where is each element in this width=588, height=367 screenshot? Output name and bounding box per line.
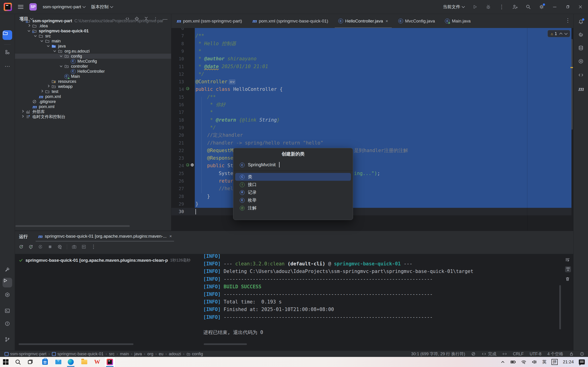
maven-tool-button[interactable]: m: [578, 86, 584, 92]
tree-row[interactable]: C MvcConfig: [15, 59, 171, 64]
build-tool-button[interactable]: [5, 267, 10, 273]
code-editor[interactable]: 6 7 /** 8 * Hello 控制器 9 * 10 * @author s…: [171, 28, 573, 231]
breadcrumb-item[interactable]: adouzi: [169, 352, 181, 357]
inspection-widget[interactable]: ⚠ 1: [548, 30, 570, 37]
tree-row[interactable]: org.eu.adouzi: [15, 49, 171, 54]
tree-row[interactable]: java: [15, 44, 171, 49]
tree-row[interactable]: src: [15, 33, 171, 39]
run-button[interactable]: [472, 4, 478, 10]
close-button[interactable]: [578, 4, 583, 9]
restart-button[interactable]: [38, 244, 43, 249]
taskbar-mail-button[interactable]: [53, 357, 64, 367]
version-control-tool-button[interactable]: [5, 337, 10, 343]
popup-item-class[interactable]: C类: [235, 173, 351, 181]
indent-widget[interactable]: 4 个空格: [547, 351, 563, 357]
debug-button[interactable]: [485, 4, 491, 10]
class-name-input[interactable]: C SpringMvcInit: [240, 160, 348, 169]
tree-row[interactable]: C Main: [15, 74, 171, 79]
popup-item-enum[interactable]: E枚举: [235, 196, 351, 204]
ime-mode[interactable]: 拼: [552, 359, 558, 365]
breadcrumb-item[interactable]: src: [109, 352, 114, 357]
tray-expand-button[interactable]: [500, 359, 505, 365]
breadcrumb-item[interactable]: eu: [159, 352, 163, 357]
editor-tab[interactable]: m pom.xml (ssm-springmvc-part): [171, 14, 247, 28]
tree-row[interactable]: config: [15, 54, 171, 59]
tree-row[interactable]: webapp: [15, 84, 171, 89]
soft-wrap-button[interactable]: [565, 257, 571, 262]
caret-position-widget[interactable]: 30:1 (699 字符, 29 行 换行符): [411, 351, 465, 357]
endpoints-tool-button[interactable]: [578, 72, 584, 79]
ai-assistant-tool-button[interactable]: [578, 32, 584, 38]
tree-row[interactable]: m pom.xml: [15, 104, 171, 109]
volume-icon[interactable]: [531, 359, 537, 365]
taskbar-wps-button[interactable]: W: [92, 357, 103, 367]
vcs-widget[interactable]: 版本控制: [91, 4, 113, 10]
line-separator-widget[interactable]: CRLF: [513, 352, 524, 357]
minimize-button[interactable]: [552, 4, 557, 9]
tree-row[interactable]: main: [15, 39, 171, 44]
prev-warning-icon[interactable]: [559, 32, 562, 35]
project-tool-button[interactable]: [2, 30, 12, 40]
run-tool-button[interactable]: [2, 278, 12, 287]
problems-tool-button[interactable]: [5, 321, 10, 327]
related-urls-inlay-icon[interactable]: ⊕: [229, 79, 235, 84]
plugin-x-tool-button[interactable]: [578, 58, 584, 65]
inlay-hints-widget[interactable]: [502, 352, 507, 356]
breadcrumb-item[interactable]: ssm-springmvc-part: [5, 352, 46, 357]
spring-bean-icon[interactable]: [186, 86, 190, 91]
tree-row[interactable]: controller: [15, 64, 171, 69]
clock[interactable]: 21:24: [563, 359, 574, 365]
stop-button[interactable]: [48, 244, 52, 249]
tree-row[interactable]: test: [15, 89, 171, 94]
breadcrumb-item[interactable]: org: [147, 352, 153, 357]
wifi-icon[interactable]: [521, 359, 527, 365]
snapshot-button[interactable]: [72, 244, 77, 249]
editor-tab[interactable]: C HelloController.java ×: [333, 14, 393, 28]
scroll-to-end-button[interactable]: [565, 266, 571, 272]
run-tab[interactable]: m springmvc-base-quick-01 [org.apache.ma…: [35, 231, 175, 242]
build-console[interactable]: [INFO][INFO] --- clean:3.2.0:clean (defa…: [203, 254, 561, 344]
run-more-button[interactable]: ⋮: [91, 244, 96, 250]
terminal-tool-button[interactable]: [5, 308, 10, 315]
tree-row[interactable]: m pom.xml: [15, 94, 171, 99]
breadcrumb-item[interactable]: java: [134, 352, 142, 357]
breadcrumb-item[interactable]: config: [187, 352, 203, 357]
database-tool-button[interactable]: [578, 45, 584, 52]
import-thread-dump-button[interactable]: [81, 244, 86, 249]
ime-language[interactable]: 英: [542, 359, 546, 365]
code-with-me-button[interactable]: [512, 4, 518, 10]
taskbar-idea-button[interactable]: [104, 357, 115, 367]
tree-row[interactable]: ssm-springmvc-partC:\Users\adouz\IdeaPro…: [15, 18, 171, 23]
restore-button[interactable]: [565, 4, 570, 9]
readonly-lock-widget[interactable]: [569, 352, 574, 356]
editor-tab[interactable]: m pom.xml (springmvc-base-quick-01): [247, 14, 333, 28]
more-tool-windows-button[interactable]: ⋯: [5, 63, 10, 69]
taskbar-edge-button[interactable]: [65, 357, 76, 367]
editor-vscrollbar[interactable]: [571, 39, 573, 130]
taskbar-explorer-button[interactable]: [79, 357, 90, 367]
search-everywhere-button[interactable]: [526, 4, 531, 10]
notifications-widget[interactable]: [580, 352, 584, 356]
close-icon[interactable]: ×: [169, 234, 172, 239]
filter-output-button[interactable]: [57, 244, 62, 249]
tree-row[interactable]: C HelloController: [15, 69, 171, 74]
editor-tab[interactable]: C Main.java: [440, 14, 476, 28]
tab-options-icon[interactable]: ⋮: [565, 17, 571, 24]
console-hscrollbar[interactable]: [204, 343, 247, 345]
more-actions-button[interactable]: ⋮: [499, 4, 504, 10]
settings-button[interactable]: [539, 4, 544, 10]
next-warning-icon[interactable]: [564, 31, 568, 35]
tree-row[interactable]: .gitignore: [15, 99, 171, 104]
popup-item-interface[interactable]: I接口: [235, 181, 351, 189]
services-tool-button[interactable]: [5, 292, 10, 298]
encoding-widget[interactable]: UTF-8: [530, 352, 541, 357]
project-switcher[interactable]: ssm-springmvc-part: [43, 4, 85, 9]
tree-row[interactable]: resources: [15, 79, 171, 84]
main-menu-icon[interactable]: [18, 5, 23, 9]
tree-row[interactable]: 临时文件和控制台: [15, 114, 171, 119]
tree-row[interactable]: 外部库: [15, 109, 171, 114]
spring-bean-icon[interactable]: [186, 163, 190, 167]
clear-console-button[interactable]: [565, 276, 571, 282]
run-configuration-widget[interactable]: 当前文件: [443, 4, 464, 10]
console-vscrollbar[interactable]: [559, 285, 561, 329]
